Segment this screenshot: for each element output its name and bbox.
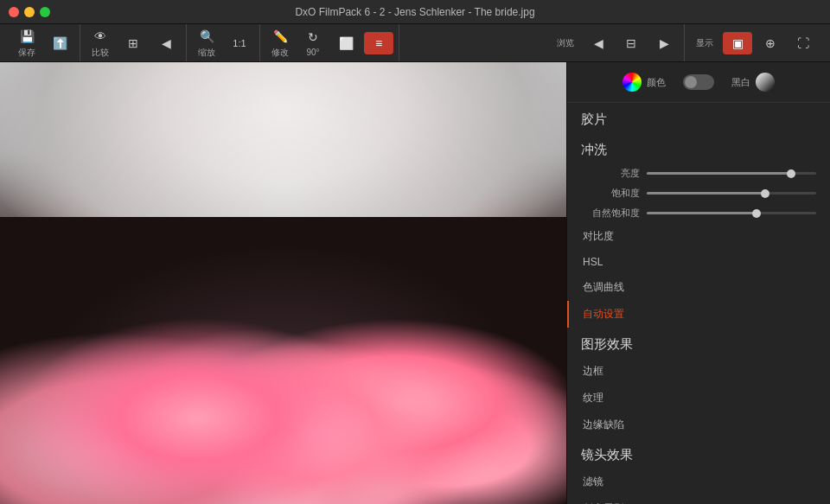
traffic-lights [9,7,50,17]
exposure-row: 亮度 [567,163,830,183]
rotate-button[interactable]: ↻ 90° [298,26,328,60]
compare-prev-button[interactable]: ◀ [151,32,181,54]
compare-side-icon: ⊞ [124,35,142,52]
zoom-group: 🔍 缩放 1:1 [187,24,260,61]
graphic-title: 图形效果 [567,328,830,358]
color-toggle-group: 颜色 [622,73,666,92]
display-full-icon: ⛶ [795,35,812,52]
zoom-icon: 🔍 [198,28,215,45]
compare-side-button[interactable]: ⊞ [118,32,148,54]
film-section: 胶片 [567,103,830,133]
compare-group: 👁 比较 ⊞ ◀ [80,24,187,61]
main-content: 颜色 黑白 胶片 冲洗 亮度 [0,62,830,504]
compare-button[interactable]: 👁 比较 [86,25,115,61]
exposure-label: 亮度 [581,167,640,180]
export-icon: ⬆️ [51,35,68,52]
lens-title: 镜头效果 [567,438,830,469]
flowers-overlay [0,217,566,504]
zoom-1-1-button[interactable]: 1:1 [225,35,254,51]
nav-next-icon: ▶ [655,35,673,52]
vibrancy-label: 自然饱和度 [581,207,640,220]
saturation-slider[interactable] [647,192,816,195]
edit-icon: ✏️ [271,28,289,45]
compare-prev-icon: ◀ [157,35,175,52]
exposure-thumb[interactable] [787,169,795,178]
vibrancy-row: 自然饱和度 [567,203,830,223]
toggle-knob [685,76,697,88]
vibrancy-thumb[interactable] [752,209,761,218]
edit-button[interactable]: ✏️ 修改 [265,25,295,61]
vignette-item[interactable]: 边缘缺陷 [567,411,830,438]
color-curve-item[interactable]: 色调曲线 [567,274,830,301]
saturation-fill [647,192,765,195]
auto-settings-item[interactable]: 自动设置 [567,301,830,328]
saturation-row: 饱和度 [567,183,830,203]
display-button[interactable]: 显示 [690,35,719,52]
film-title: 胶片 [567,103,830,133]
exposure-fill [647,172,791,175]
titlebar: DxO FilmPack 6 - 2 - Jens Schlenker - Th… [0,0,830,24]
nav-next-button[interactable]: ▶ [649,32,679,54]
bride-image [0,62,566,504]
filmstrip-icon: ⊟ [622,35,640,52]
saturation-thumb[interactable] [761,189,769,198]
graphic-section: 图形效果 [567,328,830,358]
minimize-button[interactable] [24,7,35,17]
display-group: 显示 ▣ ⊕ ⛶ [685,24,823,61]
bokeh-item[interactable]: 创意晕影 [567,495,830,504]
border-item[interactable]: 边框 [567,358,830,385]
develop-title: 冲洗 [567,133,830,163]
vibrancy-fill [647,212,757,214]
filmstrip-button[interactable]: ⊟ [616,32,646,54]
nav-prev-icon: ◀ [590,35,607,52]
save-icon: 💾 [18,28,35,45]
color-bw-toggle[interactable] [683,74,714,90]
export-button[interactable]: ⬆️ [45,32,74,54]
zoom-button[interactable]: 🔍 缩放 [192,25,221,61]
bw-toggle-group: 黑白 [731,73,775,92]
contrast-item[interactable]: 对比度 [567,223,830,250]
browse-group: 浏览 ◀ ⊟ ▶ [546,24,685,61]
develop-section: 冲洗 亮度 饱和度 自然饱和度 [567,133,830,223]
color-label: 颜色 [647,76,666,89]
browse-button[interactable]: 浏览 [551,35,580,52]
filter-item[interactable]: 滤镜 [567,469,830,495]
texture-item[interactable]: 纹理 [567,385,830,411]
save-button[interactable]: 💾 保存 [12,25,42,61]
hsl-item[interactable]: HSL [567,250,830,274]
bw-label: 黑白 [731,76,750,89]
display-zoom-button[interactable]: ⊕ [756,32,785,54]
nav-prev-button[interactable]: ◀ [584,32,613,54]
crop-icon: ⬜ [337,35,354,52]
adjust-icon: ≡ [370,35,387,52]
window-title: DxO FilmPack 6 - 2 - Jens Schlenker - Th… [295,6,534,18]
saturation-label: 饱和度 [581,187,640,200]
display-full-button[interactable]: ⛶ [788,32,818,54]
display-single-button[interactable]: ▣ [723,32,752,54]
panel-header: 颜色 黑白 [567,62,830,103]
adjust-button[interactable]: ≡ [364,32,393,54]
save-group: 💾 保存 ⬆️ [7,24,80,61]
color-mode-icon [622,73,642,92]
image-area [0,62,566,504]
vibrancy-slider[interactable] [647,212,816,214]
display-zoom-icon: ⊕ [762,35,779,52]
crop-button[interactable]: ⬜ [331,32,361,54]
close-button[interactable] [9,7,19,17]
exposure-slider[interactable] [647,172,816,175]
display-single-icon: ▣ [729,35,746,52]
edit-group: ✏️ 修改 ↻ 90° ⬜ ≡ [260,24,399,61]
rotate-icon: ↻ [304,29,322,46]
main-toolbar: 💾 保存 ⬆️ 👁 比较 ⊞ ◀ 🔍 缩放 1:1 ✏️ 修改 [0,24,830,62]
lens-section: 镜头效果 [567,438,830,469]
bw-mode-icon [756,73,775,92]
compare-icon: 👁 [92,28,109,45]
maximize-button[interactable] [40,7,50,17]
right-panel: 颜色 黑白 胶片 冲洗 亮度 [566,62,830,504]
